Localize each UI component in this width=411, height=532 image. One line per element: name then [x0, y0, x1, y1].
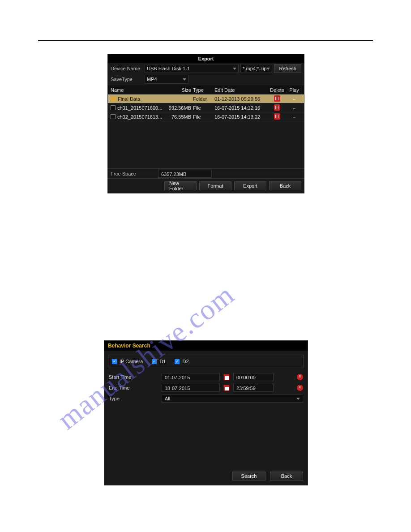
calendar-icon[interactable]	[223, 374, 230, 380]
calendar-icon[interactable]	[223, 385, 230, 391]
col-date[interactable]: Edit Date	[211, 87, 268, 93]
col-name[interactable]: Name	[108, 87, 166, 93]
table-row[interactable]: Final Data Folder 01-12-2013 09:29:56 –	[108, 94, 304, 103]
folder-icon	[111, 97, 116, 101]
file-type: File	[193, 114, 211, 120]
table-row[interactable]: ch02_2015071613... 76.55MB File 16-07-20…	[108, 112, 304, 121]
d2-label: D2	[182, 359, 188, 364]
device-name-select[interactable]: USB Flash Disk 1-1	[145, 64, 239, 73]
file-table: Name Size Type Edit Date Delete Play Fin…	[108, 86, 304, 168]
chevron-down-icon	[183, 78, 186, 81]
start-date-input[interactable]: 01-07-2015	[162, 373, 220, 381]
d1-checkbox[interactable]: ✓ D1	[152, 359, 166, 364]
type-value: All	[165, 395, 170, 403]
file-date: 01-12-2013 09:29:56	[211, 96, 268, 102]
type-select[interactable]: All	[162, 395, 303, 403]
format-button[interactable]: Format	[199, 181, 231, 190]
device-name-label: Device Name	[111, 66, 143, 71]
search-button[interactable]: Search	[232, 472, 265, 481]
type-label: Type	[109, 396, 158, 401]
new-folder-button[interactable]: New Folder	[164, 181, 197, 190]
col-type[interactable]: Type	[193, 87, 211, 93]
play-icon[interactable]: –	[293, 114, 295, 120]
trash-icon[interactable]	[274, 104, 280, 111]
end-time-input[interactable]: 23:59:59	[233, 384, 274, 392]
file-filter-select[interactable]: *.mp4;*.zip	[240, 64, 272, 73]
file-date: 16-07-2015 14:13:22	[211, 114, 268, 120]
d2-checkbox[interactable]: ✓ D2	[175, 359, 188, 364]
trash-icon[interactable]	[274, 113, 280, 120]
checkbox-icon: ✓	[152, 359, 157, 364]
start-time-input[interactable]: 00:00:00	[233, 373, 274, 381]
trash-icon[interactable]	[274, 95, 280, 102]
behavior-search-dialog: Behavior Search ✓ IP Camera ✓ D1 ✓ D2 St…	[104, 340, 308, 485]
checkbox-icon: ✓	[175, 359, 180, 364]
free-space-label: Free Space	[111, 171, 155, 176]
col-size[interactable]: Size	[166, 87, 193, 93]
page-divider	[38, 40, 373, 41]
free-space-value: 6357.23MB	[158, 170, 212, 178]
file-size: 76.55MB	[166, 114, 193, 120]
table-row[interactable]: ch01_2015071600... 992.56MB File 16-07-2…	[108, 103, 304, 112]
file-type: File	[193, 105, 211, 111]
clock-icon[interactable]	[297, 385, 303, 391]
col-delete: Delete	[268, 87, 286, 93]
end-time-label: End Time	[109, 385, 158, 390]
export-title: Export	[108, 54, 304, 63]
checkbox-icon: ✓	[112, 359, 117, 364]
start-time-label: Start Time	[109, 374, 158, 380]
back-button[interactable]: Back	[270, 472, 303, 481]
camera-selection: ✓ IP Camera ✓ D1 ✓ D2	[108, 355, 304, 368]
ip-camera-label: IP Camera	[120, 359, 143, 364]
save-type-value: MP4	[147, 77, 157, 82]
chevron-down-icon	[296, 398, 300, 400]
col-play: Play	[286, 87, 302, 93]
refresh-button[interactable]: Refresh	[274, 64, 301, 73]
export-dialog: Export Device Name USB Flash Disk 1-1 *.…	[107, 54, 304, 193]
save-type-label: SaveType	[111, 77, 143, 82]
clock-icon[interactable]	[297, 374, 303, 380]
back-button[interactable]: Back	[269, 181, 301, 190]
file-type: Folder	[193, 96, 211, 102]
save-type-select[interactable]: MP4	[145, 75, 188, 84]
checkbox-icon[interactable]	[111, 114, 116, 119]
chevron-down-icon	[233, 68, 236, 70]
table-header: Name Size Type Edit Date Delete Play	[108, 86, 304, 94]
checkbox-icon[interactable]	[111, 105, 116, 110]
end-date-input[interactable]: 18-07-2015	[162, 384, 220, 392]
chevron-down-icon	[266, 68, 270, 70]
file-size: 992.56MB	[166, 105, 193, 111]
ip-camera-checkbox[interactable]: ✓ IP Camera	[112, 359, 143, 364]
file-name: ch01_2015071600...	[117, 105, 162, 111]
device-name-value: USB Flash Disk 1-1	[147, 66, 190, 71]
file-name: Final Data	[118, 96, 140, 102]
file-filter-value: *.mp4;*.zip	[243, 66, 266, 71]
file-name: ch02_2015071613...	[117, 114, 162, 120]
play-icon[interactable]: –	[293, 105, 295, 111]
export-button[interactable]: Export	[234, 181, 266, 190]
d1-label: D1	[159, 359, 166, 364]
play-icon[interactable]: –	[293, 96, 295, 102]
file-date: 16-07-2015 14:12:16	[211, 105, 268, 111]
behavior-title: Behavior Search	[104, 341, 308, 351]
